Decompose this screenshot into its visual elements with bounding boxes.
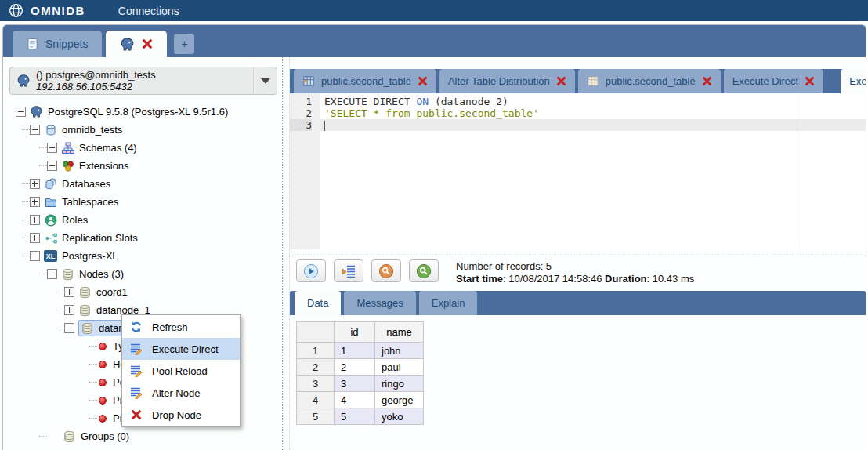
menu-item-alter-node[interactable]: Alter Node bbox=[122, 382, 240, 404]
cell-id[interactable]: 5 bbox=[335, 408, 375, 425]
result-table: id name 1 1 john 2 2 paul bbox=[296, 321, 424, 425]
menu-item-pool-reload[interactable]: Pool Reload bbox=[122, 360, 240, 382]
table-row: 2 2 paul bbox=[297, 359, 424, 376]
tree-item-postgres-xl[interactable]: XL Postgres-XL bbox=[9, 247, 277, 265]
tree-item-label: Replication Slots bbox=[62, 232, 138, 244]
cell-id[interactable]: 1 bbox=[335, 343, 375, 359]
groups-icon bbox=[63, 430, 76, 443]
red-bullet-icon bbox=[99, 343, 107, 350]
orange-search-button[interactable] bbox=[371, 259, 401, 282]
tree-item-extensions[interactable]: Extensions bbox=[9, 157, 277, 175]
collapse-icon[interactable] bbox=[47, 269, 57, 279]
menu-item-refresh[interactable]: Refresh bbox=[122, 316, 240, 338]
tab-connection-postgresql[interactable] bbox=[106, 31, 167, 57]
collapse-icon[interactable] bbox=[30, 125, 40, 135]
database-icon bbox=[44, 123, 57, 136]
expand-icon[interactable] bbox=[30, 179, 40, 189]
row-number[interactable]: 1 bbox=[297, 343, 335, 359]
cell-id[interactable]: 2 bbox=[335, 359, 375, 376]
cell-name[interactable]: george bbox=[375, 392, 424, 408]
tab-second-table-data[interactable]: public.second_table bbox=[294, 69, 436, 93]
run-query-button[interactable] bbox=[296, 259, 326, 282]
replication-slots-icon bbox=[44, 231, 57, 245]
expand-icon[interactable] bbox=[47, 143, 57, 153]
collapse-icon[interactable] bbox=[16, 107, 26, 117]
collapse-icon[interactable] bbox=[30, 251, 40, 261]
extensions-icon bbox=[61, 159, 74, 172]
brand-label: OMNIDB bbox=[31, 4, 85, 17]
row-number[interactable]: 2 bbox=[297, 359, 335, 376]
tree-item-tablespaces[interactable]: Tablespaces bbox=[9, 193, 277, 211]
collapse-icon[interactable] bbox=[64, 323, 74, 333]
expand-icon[interactable] bbox=[30, 197, 40, 207]
tab-second-table-structure[interactable]: public.second_table bbox=[578, 69, 721, 93]
green-search-button[interactable] bbox=[409, 259, 439, 282]
tree-item-schemas[interactable]: Schemas (4) bbox=[9, 139, 277, 157]
column-header-name[interactable]: name bbox=[375, 322, 424, 343]
expand-icon[interactable] bbox=[64, 305, 74, 315]
tree-item-replication-slots[interactable]: Replication Slots bbox=[9, 229, 277, 247]
nav-connections[interactable]: Connections bbox=[118, 5, 179, 17]
row-number[interactable]: 4 bbox=[297, 392, 335, 408]
line-number-active: 3 bbox=[290, 119, 312, 131]
expand-icon[interactable] bbox=[47, 161, 57, 171]
cell-name[interactable]: ringo bbox=[375, 376, 424, 392]
tree-item-nodes[interactable]: Nodes (3) bbox=[9, 265, 277, 283]
tree-item-label: Tablespaces bbox=[62, 196, 118, 208]
connection-dropdown-button[interactable] bbox=[253, 67, 277, 94]
expand-icon[interactable] bbox=[64, 287, 74, 297]
omnidb-brand: OMNIDB bbox=[8, 2, 85, 19]
snippets-doc-icon bbox=[27, 38, 38, 50]
tab-messages[interactable]: Messages bbox=[344, 291, 415, 315]
code-line-1: EXECUTE DIRECT ON (datanode_2) bbox=[320, 96, 866, 107]
connection-selector[interactable]: () postgres@omnidb_tests 192.168.56.105:… bbox=[9, 67, 277, 95]
expand-icon[interactable] bbox=[30, 233, 40, 243]
tree-item-coord1[interactable]: coord1 bbox=[9, 283, 277, 301]
close-connection-tab-icon[interactable] bbox=[142, 38, 153, 49]
databases-icon bbox=[44, 177, 57, 191]
tab-snippets[interactable]: Snippets bbox=[13, 31, 102, 57]
results-tab-strip: Data Messages Explain bbox=[290, 291, 866, 315]
table-dashed-icon bbox=[587, 75, 599, 87]
cell-name[interactable]: paul bbox=[375, 359, 424, 376]
cell-id[interactable]: 4 bbox=[335, 392, 375, 408]
menu-item-drop-node[interactable]: Drop Node bbox=[122, 404, 240, 426]
postgresql-elephant-icon bbox=[30, 105, 43, 118]
close-tab-icon[interactable] bbox=[702, 76, 712, 86]
cell-name[interactable]: john bbox=[375, 343, 424, 359]
tree-item-roles[interactable]: Roles bbox=[9, 211, 277, 229]
tab-data[interactable]: Data bbox=[295, 291, 341, 315]
tab-execute-direct-2-active[interactable]: Execute Direct bbox=[841, 69, 866, 93]
tab-alter-table-distribution[interactable]: Alter Table Distribution bbox=[439, 69, 575, 93]
close-tab-icon[interactable] bbox=[418, 76, 428, 86]
menu-item-label: Refresh bbox=[152, 321, 188, 333]
menu-item-execute-direct[interactable]: Execute Direct bbox=[122, 338, 240, 360]
connection-address: 192.168.56.105:5432 bbox=[36, 81, 253, 93]
panel-splitter[interactable] bbox=[282, 57, 290, 450]
cell-id[interactable]: 3 bbox=[335, 376, 375, 392]
row-number[interactable]: 5 bbox=[297, 408, 335, 425]
row-number[interactable]: 3 bbox=[297, 376, 335, 392]
expand-icon[interactable] bbox=[30, 215, 40, 225]
tree-item-label: Nodes (3) bbox=[79, 268, 124, 280]
line-number: 2 bbox=[290, 107, 312, 119]
editor-results-splitter[interactable] bbox=[290, 249, 866, 256]
query-info: Number of records: 5 Start time: 10/08/2… bbox=[456, 259, 694, 285]
tab-execute-direct-1[interactable]: Execute Direct bbox=[724, 69, 824, 93]
editor-content[interactable]: EXECUTE DIRECT ON (datanode_2) 'SELECT *… bbox=[320, 93, 866, 249]
tab-explain[interactable]: Explain bbox=[419, 291, 478, 315]
tree-item-databases[interactable]: Databases bbox=[9, 175, 277, 193]
corner-cell[interactable] bbox=[297, 322, 335, 343]
sql-editor[interactable]: 1 2 3 EXECUTE DIRECT ON (datanode_2) 'SE… bbox=[290, 93, 866, 249]
tree-item-database[interactable]: omnidb_tests bbox=[9, 121, 277, 139]
cell-name[interactable]: yoko bbox=[375, 408, 424, 425]
tree-item-server[interactable]: PostgreSQL 9.5.8 (Postgres-XL 9.5r1.6) bbox=[9, 103, 277, 121]
close-tab-icon[interactable] bbox=[556, 76, 566, 86]
tab-label: Execute Direct bbox=[849, 75, 866, 87]
tree-item-groups[interactable]: Groups (0) bbox=[9, 427, 277, 445]
close-tab-icon[interactable] bbox=[805, 76, 815, 86]
connection-title: () postgres@omnidb_tests bbox=[36, 69, 253, 81]
add-connection-tab-button[interactable]: + bbox=[174, 34, 194, 54]
column-header-id[interactable]: id bbox=[335, 322, 375, 343]
explain-button[interactable] bbox=[334, 259, 363, 282]
